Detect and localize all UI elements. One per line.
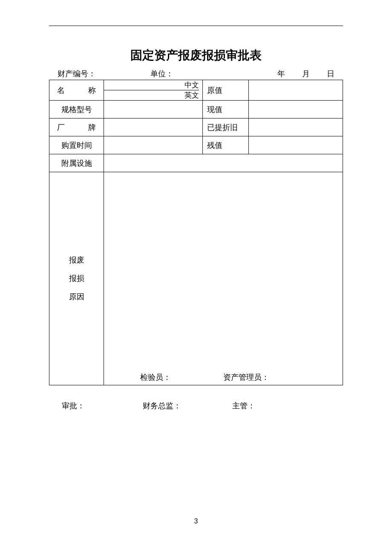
original-value-cell bbox=[249, 80, 343, 101]
spec-label: 规格型号 bbox=[49, 101, 104, 119]
current-value-label: 现值 bbox=[203, 101, 249, 119]
accessory-label: 附属设施 bbox=[49, 154, 104, 172]
table-row: 名 称 中文 英文 原值 bbox=[49, 80, 343, 101]
brand-label: 厂 牌 bbox=[49, 119, 104, 136]
table-row: 购置时间 残值 bbox=[49, 136, 343, 154]
unit-label: 单位： bbox=[104, 69, 202, 79]
reason-line1: 报废 bbox=[49, 251, 104, 269]
original-value-label: 原值 bbox=[203, 80, 249, 101]
approve-label: 审批： bbox=[49, 401, 143, 411]
salvage-value-cell bbox=[249, 136, 343, 154]
salvage-label: 残值 bbox=[203, 136, 249, 154]
name-en-label: 英文 bbox=[104, 90, 199, 100]
asset-number-label: 财产编号： bbox=[49, 69, 104, 79]
reason-line3: 原因 bbox=[49, 288, 104, 306]
page-title: 固定资产报废报损审批表 bbox=[49, 47, 343, 64]
brand-value-cell bbox=[104, 119, 203, 136]
asset-manager-label: 资产管理员： bbox=[223, 372, 343, 382]
header-row: 财产编号： 单位： 年 月 日 bbox=[49, 69, 343, 79]
name-label: 名 称 bbox=[49, 80, 104, 101]
spec-value-cell bbox=[104, 101, 203, 119]
name-zh-label: 中文 bbox=[184, 80, 199, 90]
current-value-cell bbox=[249, 101, 343, 119]
year-label: 年 bbox=[277, 69, 285, 79]
table-row: 规格型号 现值 bbox=[49, 101, 343, 119]
reason-label-cell: 报废 报损 原因 bbox=[49, 172, 104, 385]
finance-director-label: 财务总监： bbox=[143, 401, 232, 411]
day-label: 日 bbox=[327, 69, 334, 79]
purchase-time-value-cell bbox=[104, 136, 203, 154]
reason-line2: 报损 bbox=[49, 269, 104, 288]
name-value-cell: 中文 英文 bbox=[104, 80, 203, 101]
month-label: 月 bbox=[302, 69, 310, 79]
inspector-label: 检验员： bbox=[104, 372, 223, 382]
header-divider bbox=[49, 26, 343, 26]
depreciation-value-cell bbox=[249, 119, 343, 136]
table-row: 附属设施 bbox=[49, 154, 343, 172]
approval-form-table: 名 称 中文 英文 原值 规格型号 现值 厂 牌 已提折旧 购置时间 bbox=[49, 80, 343, 385]
page-number: 3 bbox=[0, 517, 392, 525]
table-row: 厂 牌 已提折旧 bbox=[49, 119, 343, 136]
table-row: 报废 报损 原因 检验员： 资产管理员： bbox=[49, 172, 343, 385]
approve-row: 审批： 财务总监： 主管： bbox=[49, 401, 343, 411]
depreciation-label: 已提折旧 bbox=[203, 119, 249, 136]
supervisor-label: 主管： bbox=[232, 401, 343, 411]
reason-content-cell: 检验员： 资产管理员： bbox=[104, 172, 343, 385]
purchase-time-label: 购置时间 bbox=[49, 136, 104, 154]
accessory-value-cell bbox=[104, 154, 343, 172]
date-labels: 年 月 日 bbox=[202, 69, 343, 79]
